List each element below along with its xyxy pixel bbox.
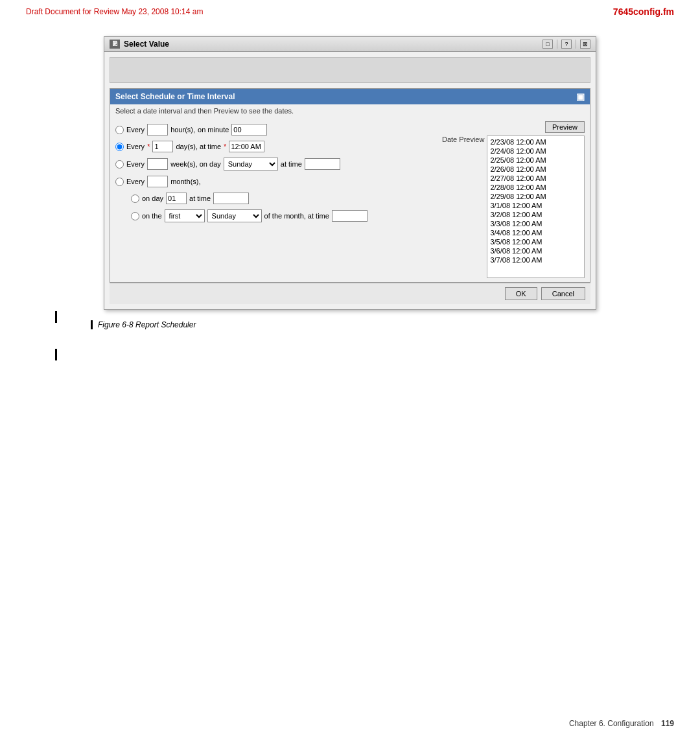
list-item: 2/29/08 12:00 AM [490, 192, 581, 201]
hourly-radio[interactable] [115, 126, 124, 134]
monthly-day-time-input[interactable] [213, 193, 249, 204]
hour-input[interactable] [147, 124, 168, 135]
dialog-titlebar: 🖹 Select Value □ ? ⊠ [104, 37, 596, 52]
preview-area: Preview Date Preview 2/23/08 12:00 AM2/2… [442, 121, 585, 278]
daily-asterisk: * [147, 143, 150, 150]
list-item: 2/25/08 12:00 AM [490, 156, 581, 165]
preview-button[interactable]: Preview [545, 121, 585, 133]
monthly-radio[interactable] [115, 178, 124, 186]
at-time-label2: at time [189, 194, 211, 202]
page-footer: Chapter 6. Configuration 119 [569, 719, 674, 728]
days-unit: day(s), at time [176, 143, 221, 150]
panel-subtitle: Select a date interval and then Preview … [110, 104, 590, 117]
month-day-input[interactable] [166, 193, 187, 204]
list-item: 3/2/08 12:00 AM [490, 210, 581, 219]
of-month-label: of the month, at time [264, 212, 329, 220]
margin-bars [55, 311, 57, 360]
months-unit: month(s), [170, 178, 200, 185]
close-button[interactable]: ⊠ [580, 40, 590, 49]
time-asterisk: * [224, 143, 226, 150]
hourly-row: Every hour(s), on minute [115, 124, 436, 135]
date-preview-label: Date Preview [442, 135, 484, 278]
panel-title: Select Schedule or Time Interval [115, 92, 235, 101]
dialog-footer: OK Cancel [110, 283, 590, 304]
list-item: 3/3/08 12:00 AM [490, 219, 581, 228]
monthly-row: Every month(s), [115, 176, 436, 187]
page-number: 119 [661, 719, 674, 728]
monthly-label: Every [126, 178, 145, 185]
on-day-label: on day [142, 194, 163, 202]
monthly-the-time-input[interactable] [332, 210, 368, 222]
list-item: 2/23/08 12:00 AM [490, 137, 581, 147]
draft-notice: Draft Document for Review May 23, 2008 1… [26, 7, 203, 16]
list-item: 3/4/08 12:00 AM [490, 228, 581, 237]
on-minute-label: on minute [198, 126, 229, 134]
daily-label: Every [126, 143, 145, 150]
preview-header: Preview [442, 121, 585, 133]
separator [557, 40, 557, 49]
daily-radio[interactable] [115, 143, 124, 151]
list-item: 2/27/08 12:00 AM [490, 174, 581, 183]
weekly-label: Every [126, 160, 145, 168]
list-item: 3/7/08 12:00 AM [490, 255, 581, 265]
on-day-radio[interactable] [131, 194, 139, 203]
cancel-button[interactable]: Cancel [541, 287, 585, 300]
help-button[interactable]: ? [561, 40, 572, 49]
weekly-radio[interactable] [115, 160, 124, 169]
date-list[interactable]: 2/23/08 12:00 AM2/24/08 12:00 AM2/25/08 … [487, 135, 585, 278]
form-area: Every hour(s), on minute Every * [115, 121, 436, 278]
at-time-label: at time [281, 160, 302, 168]
day-of-week-select[interactable]: Sunday Monday Tuesday Wednesday Thursday… [224, 158, 278, 171]
list-item: 3/5/08 12:00 AM [490, 237, 581, 246]
caption-text: Figure 6-8 Report Scheduler [98, 320, 196, 329]
list-item: 3/1/08 12:00 AM [490, 201, 581, 210]
preview-content: Date Preview 2/23/08 12:00 AM2/24/08 12:… [442, 135, 585, 278]
day-count-input[interactable] [152, 141, 173, 152]
chapter-text: Chapter 6. Configuration [569, 719, 654, 728]
list-item: 2/24/08 12:00 AM [490, 147, 581, 156]
week-count-input[interactable] [147, 158, 168, 170]
panel-body: Every hour(s), on minute Every * [110, 117, 590, 282]
ordinal-select[interactable]: first second third fourth last [165, 209, 205, 222]
titlebar-controls: □ ? ⊠ [542, 40, 590, 49]
caption-bar [91, 320, 93, 329]
dialog-title: 🖹 Select Value [110, 40, 169, 49]
on-the-radio[interactable] [131, 212, 139, 220]
weeks-unit: week(s), on day [170, 160, 221, 168]
panel-header: Select Schedule or Time Interval ▣ [110, 89, 590, 104]
ok-button[interactable]: OK [505, 287, 537, 300]
margin-bar-1 [55, 311, 57, 323]
hours-unit: hour(s), [170, 126, 195, 134]
day-of-week-select2[interactable]: Sunday Monday Tuesday Wednesday Thursday… [207, 209, 262, 222]
schedule-panel: Select Schedule or Time Interval ▣ Selec… [110, 88, 590, 283]
panel-icon: ▣ [576, 91, 585, 102]
toolbar-area [110, 57, 590, 83]
daily-row: Every * day(s), at time * [115, 141, 436, 152]
dialog-window: 🖹 Select Value □ ? ⊠ Select Schedule or … [104, 36, 596, 310]
separator [576, 40, 576, 49]
weekly-time-input[interactable] [305, 158, 340, 170]
dialog-title-text: Select Value [124, 40, 169, 49]
dialog-icon: 🖹 [110, 40, 120, 49]
month-count-input[interactable] [147, 176, 168, 187]
hourly-label: Every [126, 126, 145, 134]
margin-bar-2 [55, 349, 57, 360]
monthly-day-row: on day at time [131, 193, 436, 204]
weekly-row: Every week(s), on day Sunday Monday Tues… [115, 158, 436, 171]
minute-input[interactable] [231, 124, 267, 135]
list-item: 2/28/08 12:00 AM [490, 183, 581, 192]
daily-time-input[interactable] [229, 141, 264, 152]
figure-caption: Figure 6-8 Report Scheduler [78, 320, 622, 329]
on-the-label: on the [142, 212, 162, 220]
restore-button[interactable]: □ [542, 40, 553, 49]
list-item: 2/26/08 12:00 AM [490, 165, 581, 174]
monthly-the-row: on the first second third fourth last Su… [131, 209, 436, 222]
list-item: 3/6/08 12:00 AM [490, 246, 581, 255]
doc-name: 7645config.fm [613, 6, 674, 17]
dialog-body: Select Schedule or Time Interval ▣ Selec… [104, 52, 596, 309]
